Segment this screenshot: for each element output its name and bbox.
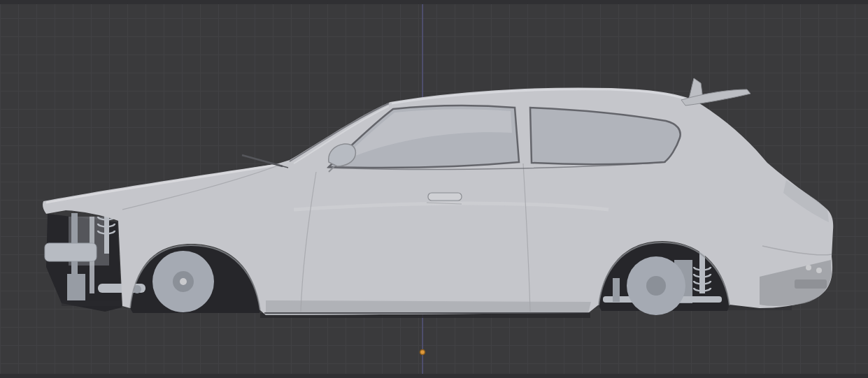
rear-link[interactable] (613, 278, 620, 302)
front-hub-cap (180, 278, 187, 285)
3d-viewport[interactable] (0, 0, 868, 378)
viewport-bottom-border (0, 374, 868, 378)
viewport-canvas[interactable] (0, 0, 868, 378)
rear-brake-hub[interactable] (646, 276, 666, 296)
rear-reflector-right (816, 268, 822, 273)
door-handle[interactable] (428, 193, 462, 201)
viewport-top-border (0, 0, 868, 4)
origin-marker (420, 350, 425, 355)
front-crash-bar[interactable] (45, 243, 97, 261)
rear-valance-slot (795, 279, 827, 289)
rear-reflector-left (806, 265, 811, 270)
front-bracket[interactable] (67, 274, 85, 300)
car-model[interactable] (43, 78, 833, 318)
front-under-shadow (62, 300, 131, 306)
